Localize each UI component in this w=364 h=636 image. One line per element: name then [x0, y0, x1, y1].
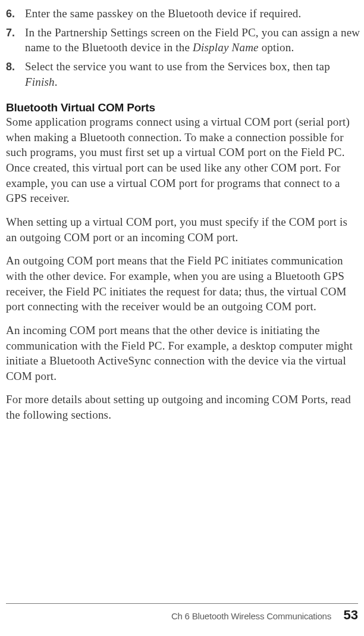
body-paragraph: An outgoing COM port means that the Fiel…: [6, 253, 360, 314]
list-text-italic: Finish: [25, 76, 55, 88]
footer-chapter-label: Ch 6 Bluetooth Wireless Communications: [171, 611, 331, 621]
list-text: Enter the same passkey on the Bluetooth …: [25, 6, 360, 21]
list-text-segment: option.: [259, 41, 294, 54]
list-text-italic: Display Name: [193, 41, 259, 54]
list-number: 7.: [6, 25, 25, 55]
list-text: In the Partnership Settings screen on th…: [25, 25, 360, 55]
footer-page-number: 53: [344, 607, 358, 622]
body-paragraph: For more details about setting up outgoi…: [6, 392, 360, 422]
page-footer: Ch 6 Bluetooth Wireless Communications 5…: [6, 603, 358, 623]
body-paragraph: Some application programs connect using …: [6, 114, 360, 206]
list-item: 8. Select the service you want to use fr…: [6, 59, 360, 89]
page-content: 6. Enter the same passkey on the Bluetoo…: [6, 6, 362, 423]
list-text-segment: Enter the same passkey on the Bluetooth …: [25, 7, 302, 20]
section-heading: Bluetooth Virtual COM Ports: [6, 101, 360, 114]
list-text-segment: .: [55, 76, 58, 88]
list-number: 8.: [6, 59, 25, 89]
list-number: 6.: [6, 6, 25, 21]
list-item: 7. In the Partnership Settings screen on…: [6, 25, 360, 55]
list-item: 6. Enter the same passkey on the Bluetoo…: [6, 6, 360, 21]
body-paragraph: An incoming COM port means that the othe…: [6, 323, 360, 384]
list-text: Select the service you want to use from …: [25, 59, 360, 89]
body-paragraph: When setting up a virtual COM port, you …: [6, 214, 360, 245]
list-text-segment: Select the service you want to use from …: [25, 60, 330, 73]
